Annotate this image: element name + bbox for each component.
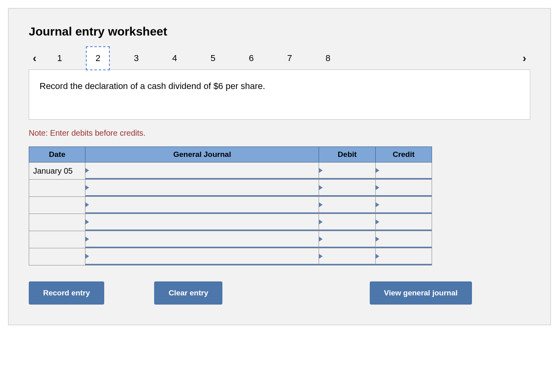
- view-general-journal-button[interactable]: View general journal: [370, 281, 472, 305]
- dropdown-caret-icon: [376, 237, 379, 242]
- date-cell[interactable]: [29, 180, 85, 197]
- prompt-box: Record the declaration of a cash dividen…: [29, 69, 530, 120]
- chevron-left-icon[interactable]: ‹: [29, 52, 40, 65]
- credit-cell[interactable]: [375, 180, 432, 197]
- debit-cell[interactable]: [319, 180, 375, 197]
- step-tab-6[interactable]: 6: [239, 46, 263, 70]
- date-cell[interactable]: [29, 231, 85, 248]
- step-tab-4[interactable]: 4: [163, 46, 186, 70]
- journal-cell[interactable]: [85, 162, 319, 180]
- debit-cell[interactable]: [319, 197, 375, 214]
- debit-cell[interactable]: [319, 162, 375, 180]
- col-date: Date: [29, 147, 85, 162]
- debit-cell[interactable]: [319, 248, 375, 265]
- step-tab-8[interactable]: 8: [316, 46, 340, 70]
- step-nav: ‹ 12345678 ›: [29, 46, 530, 70]
- dropdown-caret-icon: [85, 185, 89, 190]
- date-cell[interactable]: [29, 248, 85, 265]
- col-credit: Credit: [375, 147, 432, 162]
- journal-cell[interactable]: [85, 180, 319, 197]
- date-cell[interactable]: January 05: [29, 162, 85, 180]
- dropdown-caret-icon: [376, 202, 379, 207]
- dropdown-caret-icon: [319, 237, 323, 242]
- credit-cell[interactable]: [375, 214, 432, 231]
- step-tab-3[interactable]: 3: [124, 46, 148, 70]
- journal-cell[interactable]: [85, 197, 319, 214]
- credit-cell[interactable]: [375, 248, 432, 265]
- step-tab-1[interactable]: 1: [48, 46, 71, 70]
- journal-cell[interactable]: [85, 231, 319, 248]
- table-row: [29, 231, 432, 248]
- dropdown-caret-icon: [319, 254, 323, 259]
- journal-table: Date General Journal Debit Credit Januar…: [29, 147, 432, 265]
- step-tab-5[interactable]: 5: [201, 46, 225, 70]
- col-debit: Debit: [319, 147, 375, 162]
- col-journal: General Journal: [85, 147, 319, 162]
- debit-cell[interactable]: [319, 214, 375, 231]
- dropdown-caret-icon: [376, 254, 379, 259]
- worksheet-panel: Journal entry worksheet ‹ 12345678 › Rec…: [8, 8, 551, 325]
- debit-cell[interactable]: [319, 231, 375, 248]
- dropdown-caret-icon: [376, 220, 379, 224]
- dropdown-caret-icon: [85, 220, 89, 224]
- credit-cell[interactable]: [375, 231, 432, 248]
- credit-cell[interactable]: [375, 162, 432, 180]
- dropdown-caret-icon: [376, 168, 379, 173]
- dropdown-caret-icon: [319, 185, 323, 190]
- dropdown-caret-icon: [376, 185, 379, 190]
- table-row: [29, 197, 432, 214]
- dropdown-caret-icon: [85, 254, 89, 259]
- dropdown-caret-icon: [85, 237, 89, 242]
- table-row: January 05: [29, 162, 432, 180]
- date-cell[interactable]: [29, 197, 85, 214]
- dropdown-caret-icon: [85, 168, 89, 173]
- record-entry-button[interactable]: Record entry: [29, 281, 104, 305]
- dropdown-caret-icon: [319, 220, 323, 224]
- chevron-right-icon[interactable]: ›: [519, 52, 530, 65]
- note-text: Note: Enter debits before credits.: [29, 129, 530, 138]
- table-row: [29, 248, 432, 265]
- table-row: [29, 214, 432, 231]
- dropdown-caret-icon: [319, 202, 323, 207]
- dropdown-caret-icon: [85, 202, 89, 207]
- step-tab-2[interactable]: 2: [86, 46, 110, 70]
- page-title: Journal entry worksheet: [29, 25, 530, 38]
- button-row: Record entry Clear entry View general jo…: [29, 281, 472, 305]
- credit-cell[interactable]: [375, 197, 432, 214]
- journal-cell[interactable]: [85, 248, 319, 265]
- step-tab-7[interactable]: 7: [278, 46, 301, 70]
- journal-cell[interactable]: [85, 214, 319, 231]
- table-row: [29, 180, 432, 197]
- clear-entry-button[interactable]: Clear entry: [154, 281, 222, 305]
- date-cell[interactable]: [29, 214, 85, 231]
- dropdown-caret-icon: [319, 168, 323, 173]
